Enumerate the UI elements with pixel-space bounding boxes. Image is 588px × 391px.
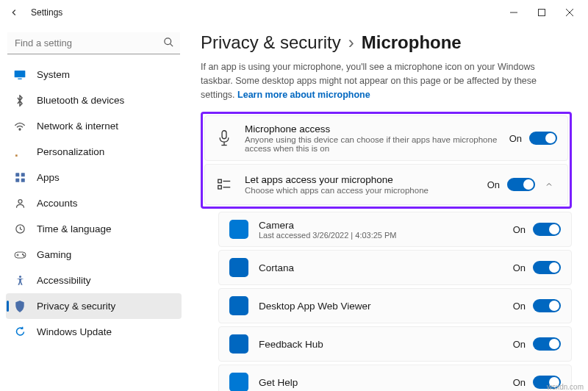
chevron-right-icon: › bbox=[348, 32, 354, 53]
svg-rect-9 bbox=[21, 173, 24, 176]
svg-rect-7 bbox=[15, 154, 18, 157]
app-name: Desktop App Web Viewer bbox=[259, 301, 513, 312]
app-row: Feedback Hub On bbox=[218, 326, 572, 362]
svg-rect-11 bbox=[21, 179, 24, 182]
sidebar-item-label: Windows Update bbox=[37, 326, 112, 337]
window-title: Settings bbox=[31, 7, 62, 18]
sidebar-item-label: Accessibility bbox=[37, 275, 91, 286]
page-description: If an app is using your microphone, you'… bbox=[201, 60, 561, 101]
search-input[interactable] bbox=[7, 32, 180, 54]
svg-rect-10 bbox=[15, 179, 19, 182]
sidebar-item-label: Network & internet bbox=[37, 121, 118, 132]
app-name: Camera bbox=[259, 220, 513, 231]
sidebar-item-accessibility[interactable]: Accessibility bbox=[6, 268, 182, 293]
app-name: Get Help bbox=[259, 377, 513, 388]
setting-subtitle: Anyone using this device can choose if t… bbox=[245, 135, 509, 153]
svg-rect-21 bbox=[218, 180, 222, 184]
personalization-icon bbox=[13, 146, 26, 159]
page-title: Microphone bbox=[362, 32, 462, 53]
setting-title: Microphone access bbox=[245, 123, 509, 134]
breadcrumb-parent[interactable]: Privacy & security bbox=[201, 32, 341, 53]
sidebar-item-label: Personalization bbox=[37, 146, 104, 157]
app-text: Feedback Hub bbox=[259, 339, 513, 350]
app-text: Cortana bbox=[259, 262, 513, 273]
toggle-state-label: On bbox=[513, 224, 526, 235]
toggle-state-label: On bbox=[513, 339, 526, 350]
toggle-switch[interactable] bbox=[533, 299, 561, 312]
app-row: Cortana On bbox=[218, 250, 572, 285]
toggle-switch[interactable] bbox=[507, 178, 535, 191]
maximize-button[interactable] bbox=[528, 2, 556, 23]
learn-more-link[interactable]: Learn more about microphone bbox=[237, 90, 370, 100]
setting-title: Let apps access your microphone bbox=[245, 174, 487, 185]
titlebar: Settings bbox=[0, 0, 588, 25]
minimize-button[interactable] bbox=[500, 2, 528, 23]
sidebar-item-accounts[interactable]: Accounts bbox=[6, 190, 182, 216]
svg-rect-1 bbox=[539, 10, 545, 16]
network-icon bbox=[13, 120, 26, 133]
sidebar: System Bluetooth & devices Network & int… bbox=[0, 25, 187, 391]
app-text: Get Help bbox=[259, 377, 513, 388]
sidebar-item-bluetooth[interactable]: Bluetooth & devices bbox=[6, 87, 182, 113]
sidebar-item-time[interactable]: Time & language bbox=[6, 216, 182, 242]
svg-rect-8 bbox=[15, 173, 19, 176]
app-icon bbox=[229, 258, 248, 277]
svg-point-17 bbox=[18, 276, 21, 278]
sidebar-item-update[interactable]: Windows Update bbox=[6, 319, 182, 345]
app-row: Camera Last accessed 3/26/2022 | 4:03:25… bbox=[218, 212, 572, 247]
sidebar-item-network[interactable]: Network & internet bbox=[6, 113, 182, 139]
app-text: Desktop App Web Viewer bbox=[259, 301, 513, 312]
system-icon bbox=[13, 68, 26, 82]
chevron-up-icon[interactable] bbox=[541, 180, 557, 189]
accessibility-icon bbox=[13, 274, 26, 287]
toggle-state-label: On bbox=[513, 262, 526, 273]
app-access-icon bbox=[215, 176, 233, 193]
back-button[interactable] bbox=[4, 3, 24, 22]
search-box bbox=[7, 32, 180, 54]
svg-rect-4 bbox=[15, 71, 26, 77]
mic-icon bbox=[215, 129, 233, 147]
sidebar-item-privacy[interactable]: Privacy & security bbox=[6, 293, 182, 319]
sidebar-item-gaming[interactable]: Gaming bbox=[6, 242, 182, 268]
app-name: Cortana bbox=[259, 262, 513, 273]
app-icon bbox=[229, 334, 248, 354]
accounts-icon bbox=[13, 197, 26, 210]
svg-point-15 bbox=[22, 254, 24, 255]
window-buttons bbox=[500, 2, 584, 23]
bluetooth-icon bbox=[13, 94, 26, 107]
setting-text: Let apps access your microphone Choose w… bbox=[245, 174, 487, 195]
sidebar-item-system[interactable]: System bbox=[6, 62, 182, 87]
sidebar-item-label: Gaming bbox=[37, 249, 71, 260]
svg-point-6 bbox=[19, 129, 21, 130]
toggle-state-label: On bbox=[487, 179, 500, 190]
breadcrumb: Privacy & security › Microphone bbox=[201, 32, 572, 53]
svg-rect-23 bbox=[218, 186, 222, 190]
nav-list: System Bluetooth & devices Network & int… bbox=[6, 62, 182, 345]
svg-point-2 bbox=[165, 38, 171, 45]
sidebar-item-apps[interactable]: Apps bbox=[6, 165, 182, 190]
toggle-state-label: On bbox=[513, 377, 526, 388]
close-button[interactable] bbox=[556, 2, 584, 23]
toggle-switch[interactable] bbox=[529, 132, 557, 145]
sidebar-item-label: Accounts bbox=[37, 198, 78, 209]
gaming-icon bbox=[13, 248, 26, 262]
svg-point-16 bbox=[23, 255, 24, 257]
search-icon bbox=[163, 37, 174, 51]
toggle-state-label: On bbox=[509, 133, 522, 144]
svg-point-12 bbox=[18, 200, 22, 204]
app-row: Get Help On bbox=[218, 365, 572, 391]
sidebar-item-label: Apps bbox=[37, 172, 60, 183]
highlighted-settings: Microphone access Anyone using this devi… bbox=[201, 112, 572, 209]
setting-subtitle: Choose which apps can access your microp… bbox=[245, 186, 487, 195]
app-row: Desktop App Web Viewer On bbox=[218, 288, 572, 323]
setting-card: Microphone access Anyone using this devi… bbox=[204, 115, 568, 161]
app-name: Feedback Hub bbox=[259, 339, 513, 350]
sidebar-item-personalization[interactable]: Personalization bbox=[6, 139, 182, 165]
app-icon bbox=[229, 296, 248, 315]
toggle-switch[interactable] bbox=[533, 337, 561, 351]
toggle-switch[interactable] bbox=[533, 223, 561, 236]
app-text: Camera Last accessed 3/26/2022 | 4:03:25… bbox=[259, 220, 513, 240]
app-icon bbox=[229, 373, 248, 391]
toggle-switch[interactable] bbox=[533, 261, 561, 274]
setting-text: Microphone access Anyone using this devi… bbox=[245, 123, 509, 153]
